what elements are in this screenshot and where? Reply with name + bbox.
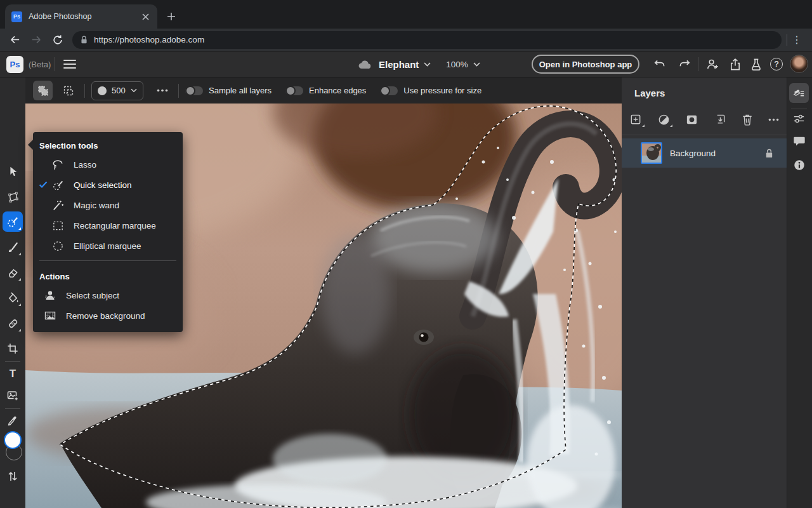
ps-logo: Ps [6,56,23,73]
menu-item-magic-wand[interactable]: Magic wand [33,195,183,215]
delete-layer-icon[interactable] [741,113,754,126]
comment-icon [793,135,806,147]
layers-more-icon[interactable] [768,118,779,121]
document-chevron-down-icon[interactable] [424,62,431,67]
info-icon [793,159,806,171]
invite-people-icon[interactable] [703,55,722,74]
help-icon[interactable]: ? [767,55,786,74]
adjustment-layer-icon[interactable] [657,113,671,126]
menu-item-rectangular-marquee[interactable]: Rectangular marquee [33,215,183,236]
header-separator-2 [698,57,698,71]
browser-tab-strip: Ps Adobe Photoshop [0,0,812,29]
brush-size-dropdown[interactable]: 500 [91,81,143,100]
brush-preview-icon [98,86,107,95]
healing-brush-tool[interactable] [3,313,23,333]
use-pressure-label: Use pressure for size [403,86,481,95]
fill-tool[interactable] [3,288,23,308]
eraser-tool[interactable] [3,262,23,283]
main-menu-button[interactable] [63,58,76,70]
properties-panel-tab[interactable] [789,109,809,129]
new-layer-icon[interactable] [629,113,643,126]
sample-all-layers-toggle[interactable] [185,86,203,95]
https-lock-icon [80,35,88,44]
brush-chevron-down-icon [131,88,137,93]
menu-label: Magic wand [74,201,119,210]
sliders-icon [792,112,806,126]
url-bar[interactable]: https://photoshop.adobe.com [72,31,782,49]
layer-thumbnail[interactable] [641,142,662,164]
forward-button[interactable] [25,31,47,49]
document-name: Elephant [379,59,419,70]
add-to-selection-icon [37,84,49,97]
browser-menu-icon[interactable]: ⋮ [787,31,806,49]
zoom-chevron-down-icon[interactable] [473,62,480,67]
layers-panel-tab[interactable] [789,83,809,103]
layer-lock-icon[interactable] [764,148,774,159]
quick-selection-icon [51,179,65,191]
undo-icon[interactable] [650,55,669,74]
tab-close-icon[interactable] [140,11,151,22]
browser-tab[interactable]: Ps Adobe Photoshop [5,4,157,29]
enhance-edges-toggle[interactable] [285,86,303,95]
menu-item-lasso[interactable]: Lasso [33,154,183,175]
layer-row-background[interactable]: Background [622,138,787,168]
redo-icon[interactable] [675,55,694,74]
swap-colors-tool[interactable] [3,466,23,486]
flyout-title: Selection tools [33,135,183,154]
eyedropper-tool[interactable] [3,411,23,431]
browser-toolbar: https://photoshop.adobe.com ⋮ [0,29,812,51]
place-image-tool[interactable] [3,385,23,406]
url-text: https://photoshop.adobe.com [94,35,204,44]
actions-title: Actions [33,265,183,285]
menu-label: Elliptical marquee [74,241,141,251]
layers-divider [622,135,787,135]
flyout-divider [39,260,176,261]
use-pressure-toggle[interactable] [380,86,398,95]
menu-item-elliptical-marquee[interactable]: Elliptical marquee [33,236,183,256]
menu-label: Select subject [66,291,119,300]
cloud-sync-icon [358,59,372,70]
layers-panel-title: Layers [634,88,665,98]
subtract-from-selection-button[interactable] [58,81,78,100]
rectangular-marquee-icon [51,220,65,232]
move-tool[interactable] [3,161,23,182]
back-button[interactable] [4,31,25,49]
selection-tools-flyout: Selection tools Lasso Quick s [33,132,183,332]
elliptical-marquee-icon [51,240,65,252]
brush-size-value: 500 [112,86,126,95]
subtract-from-selection-icon [62,84,75,97]
type-tool[interactable]: T [3,364,23,384]
quick-selection-tool[interactable] [3,211,23,232]
crop-tool[interactable] [3,338,23,359]
menu-item-remove-background[interactable]: Remove background [33,305,183,326]
menu-label: Remove background [66,311,145,321]
user-avatar[interactable] [790,55,808,73]
enhance-edges-label: Enhance edges [309,86,366,95]
more-brush-options-button[interactable] [152,81,172,100]
check-icon [39,181,48,189]
zoom-level[interactable]: 100% [446,60,468,69]
menu-label: Lasso [74,160,96,170]
open-in-photoshop-button[interactable]: Open in Photoshop app [532,55,639,74]
polygonal-lasso-tool[interactable] [3,187,23,207]
tool-divider-1 [5,361,20,362]
menu-label: Rectangular marquee [74,221,156,231]
add-to-selection-button[interactable] [33,81,53,100]
beaker-labs-icon[interactable] [747,55,766,74]
menu-item-quick-selection[interactable]: Quick selection [33,175,183,195]
options-separator-2 [178,84,179,98]
photoshop-favicon: Ps [11,11,22,22]
foreground-color-swatch[interactable] [4,431,22,449]
layer-mask-icon[interactable] [685,113,698,126]
layer-arrange-icon[interactable] [713,113,726,126]
new-tab-button[interactable] [164,9,179,24]
menu-label: Quick selection [74,180,132,190]
brush-tool[interactable] [3,237,23,257]
menu-item-select-subject[interactable]: Select subject [33,285,183,305]
share-icon[interactable] [726,55,745,74]
info-panel-tab[interactable] [789,155,809,175]
options-separator-1 [84,84,85,98]
lasso-icon [51,159,65,171]
reload-button[interactable] [47,31,69,49]
comments-panel-tab[interactable] [789,131,809,150]
